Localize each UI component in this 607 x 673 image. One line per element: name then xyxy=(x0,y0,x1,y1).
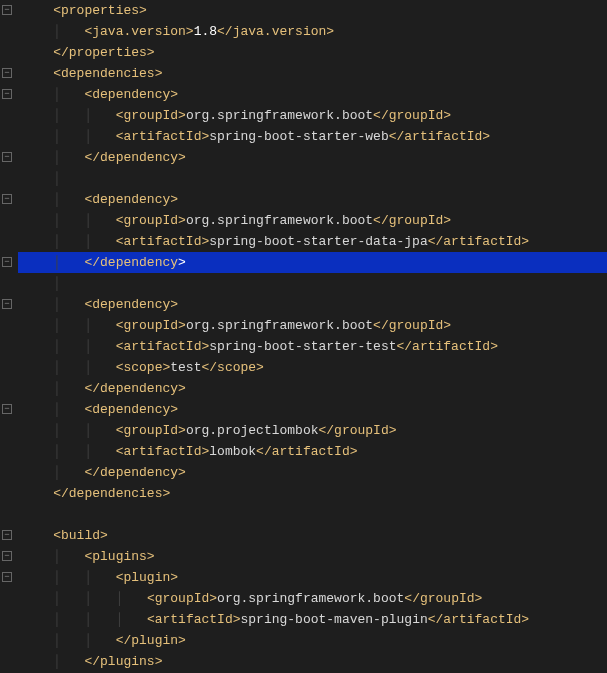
token: org.springframework.boot xyxy=(186,318,373,333)
token: <artifactId> xyxy=(147,612,241,627)
token: </dependency> xyxy=(84,381,185,396)
code-line[interactable]: │ │ │ <artifactId>spring-boot-maven-plug… xyxy=(18,609,607,630)
code-line[interactable] xyxy=(18,504,607,525)
fold-toggle-icon[interactable] xyxy=(2,5,12,15)
fold-toggle-icon[interactable] xyxy=(2,530,12,540)
code-line[interactable]: │ </dependency> xyxy=(18,252,607,273)
token: <plugins> xyxy=(84,549,154,564)
token: </groupId> xyxy=(373,213,451,228)
code-line[interactable]: │ │ <artifactId>spring-boot-starter-web<… xyxy=(18,126,607,147)
token: </dependency> xyxy=(84,150,185,165)
code-line[interactable]: <build> xyxy=(18,525,607,546)
token: spring-boot-starter-data-jpa xyxy=(209,234,427,249)
code-line[interactable]: │ </dependency> xyxy=(18,147,607,168)
fold-toggle-icon[interactable] xyxy=(2,404,12,414)
token: <artifactId> xyxy=(116,234,210,249)
code-line[interactable]: │ │ <artifactId>spring-boot-starter-data… xyxy=(18,231,607,252)
token: <artifactId> xyxy=(116,129,210,144)
code-editor[interactable]: <properties> │ <java.version>1.8</java.v… xyxy=(18,0,607,673)
code-line[interactable]: │ │ <groupId>org.springframework.boot</g… xyxy=(18,105,607,126)
token: </artifactId> xyxy=(256,444,357,459)
code-line[interactable]: </dependencies> xyxy=(18,483,607,504)
code-line[interactable]: │ │ <plugin> xyxy=(18,567,607,588)
token: <java.version> xyxy=(84,24,193,39)
token: <dependency> xyxy=(84,402,178,417)
code-line[interactable]: <dependencies> xyxy=(18,63,607,84)
token: </properties> xyxy=(53,45,154,60)
token: <dependencies> xyxy=(53,66,162,81)
token: > xyxy=(178,255,186,270)
fold-toggle-icon[interactable] xyxy=(2,68,12,78)
token: <groupId> xyxy=(116,108,186,123)
code-line[interactable]: │ │ <groupId>org.projectlombok</groupId> xyxy=(18,420,607,441)
token: </groupId> xyxy=(373,108,451,123)
token: </artifactId> xyxy=(428,612,529,627)
token: spring-boot-starter-web xyxy=(209,129,388,144)
fold-toggle-icon[interactable] xyxy=(2,194,12,204)
code-line[interactable]: │ │ <artifactId>spring-boot-starter-test… xyxy=(18,336,607,357)
token: <groupId> xyxy=(147,591,217,606)
token: </artifactId> xyxy=(389,129,490,144)
code-line[interactable]: │ </dependency> xyxy=(18,462,607,483)
token: <build> xyxy=(53,528,108,543)
token: </groupId> xyxy=(319,423,397,438)
token: </groupId> xyxy=(404,591,482,606)
code-line[interactable]: │ <java.version>1.8</java.version> xyxy=(18,21,607,42)
token: spring-boot-maven-plugin xyxy=(241,612,428,627)
code-line[interactable]: <properties> xyxy=(18,0,607,21)
fold-toggle-icon[interactable] xyxy=(2,89,12,99)
token: </plugins> xyxy=(84,654,162,669)
token: </scope> xyxy=(201,360,263,375)
token: test xyxy=(170,360,201,375)
fold-toggle-icon[interactable] xyxy=(2,257,12,267)
token: <plugin> xyxy=(116,570,178,585)
code-line[interactable]: │ <dependency> xyxy=(18,189,607,210)
code-line[interactable]: │ </plugins> xyxy=(18,651,607,672)
token: <properties> xyxy=(53,3,147,18)
token: </artifactId> xyxy=(397,339,498,354)
fold-toggle-icon[interactable] xyxy=(2,152,12,162)
code-line[interactable]: │ <plugins> xyxy=(18,546,607,567)
fold-toggle-icon[interactable] xyxy=(2,572,12,582)
token: </dependencies> xyxy=(53,486,170,501)
token: </groupId> xyxy=(373,318,451,333)
token: org.projectlombok xyxy=(186,423,319,438)
token: </dependency> xyxy=(84,465,185,480)
token: <groupId> xyxy=(116,423,186,438)
token: <scope> xyxy=(116,360,171,375)
token: </java.version> xyxy=(217,24,334,39)
code-line[interactable]: │ <dependency> xyxy=(18,84,607,105)
code-line[interactable]: │ │ </plugin> xyxy=(18,630,607,651)
token: lombok xyxy=(209,444,256,459)
code-line[interactable]: │ │ <groupId>org.springframework.boot</g… xyxy=(18,315,607,336)
fold-toggle-icon[interactable] xyxy=(2,299,12,309)
token: <dependency> xyxy=(84,297,178,312)
token: spring-boot-starter-test xyxy=(209,339,396,354)
token: </dependency xyxy=(84,255,178,270)
token: <artifactId> xyxy=(116,444,210,459)
token: <dependency> xyxy=(84,87,178,102)
code-line[interactable]: │ │ <scope>test</scope> xyxy=(18,357,607,378)
code-line[interactable]: │ xyxy=(18,168,607,189)
token: org.springframework.boot xyxy=(186,108,373,123)
fold-toggle-icon[interactable] xyxy=(2,551,12,561)
code-line[interactable]: </properties> xyxy=(18,42,607,63)
token: <dependency> xyxy=(84,192,178,207)
code-line[interactable]: │ │ │ <groupId>org.springframework.boot<… xyxy=(18,588,607,609)
code-line[interactable]: │ </dependency> xyxy=(18,378,607,399)
fold-gutter xyxy=(0,0,18,673)
token: org.springframework.boot xyxy=(217,591,404,606)
token: <groupId> xyxy=(116,213,186,228)
token: <artifactId> xyxy=(116,339,210,354)
code-line[interactable]: │ <dependency> xyxy=(18,294,607,315)
code-line[interactable]: │ │ <artifactId>lombok</artifactId> xyxy=(18,441,607,462)
token: </artifactId> xyxy=(428,234,529,249)
code-line[interactable]: │ <dependency> xyxy=(18,399,607,420)
token: <groupId> xyxy=(116,318,186,333)
token: 1.8 xyxy=(194,24,217,39)
token: org.springframework.boot xyxy=(186,213,373,228)
code-line[interactable]: │ xyxy=(18,273,607,294)
token: </plugin> xyxy=(116,633,186,648)
code-line[interactable]: │ │ <groupId>org.springframework.boot</g… xyxy=(18,210,607,231)
